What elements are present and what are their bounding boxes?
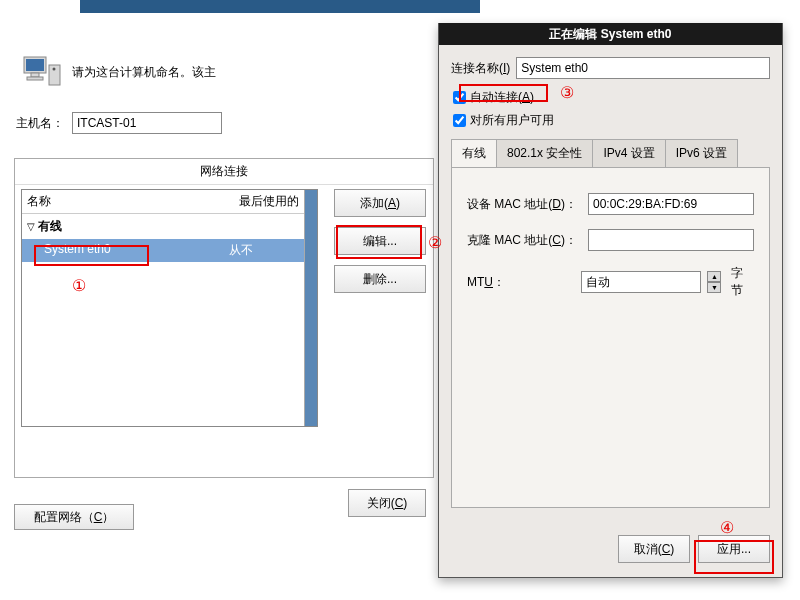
- all-users-label: 对所有用户可用: [470, 112, 554, 129]
- mtu-input[interactable]: [581, 271, 701, 293]
- mtu-up-button[interactable]: ▲: [707, 271, 721, 282]
- mtu-down-button[interactable]: ▼: [707, 282, 721, 293]
- close-button[interactable]: 关闭(C): [348, 489, 426, 517]
- top-banner: [80, 0, 480, 13]
- configure-network-button[interactable]: 配置网络（C）: [14, 504, 134, 530]
- cloned-mac-label: 克隆 MAC 地址(C)：: [467, 232, 582, 249]
- list-item-last: 从不: [229, 242, 299, 259]
- network-list-header: 名称 最后使用的: [22, 190, 304, 214]
- hostname-row: 主机名：: [16, 112, 222, 134]
- hostname-input[interactable]: [72, 112, 222, 134]
- all-users-checkbox[interactable]: [453, 114, 466, 127]
- network-panel-title: 网络连接: [15, 159, 433, 185]
- mtu-label: MTU：: [467, 274, 575, 291]
- column-name: 名称: [22, 190, 224, 213]
- device-mac-label: 设备 MAC 地址(D)：: [467, 196, 582, 213]
- tab-ipv4[interactable]: IPv4 设置: [592, 139, 665, 167]
- cancel-button[interactable]: 取消(C): [618, 535, 690, 563]
- network-connections-panel: 网络连接 名称 最后使用的 有线 System eth0 从不 添加(A) 编辑…: [14, 158, 434, 478]
- hostname-label: 主机名：: [16, 115, 64, 132]
- list-item[interactable]: System eth0 从不: [22, 239, 304, 262]
- list-item-name: System eth0: [44, 242, 229, 259]
- computer-icon: [22, 55, 62, 90]
- edit-connection-dialog: 正在编辑 System eth0 连接名称(I) 自动连接(A) 对所有用户可用…: [438, 23, 783, 578]
- mtu-spinner[interactable]: ▲ ▼: [707, 271, 721, 293]
- device-mac-input[interactable]: [588, 193, 754, 215]
- auto-connect-checkbox[interactable]: [453, 91, 466, 104]
- connection-name-input[interactable]: [516, 57, 770, 79]
- dialog-title: 正在编辑 System eth0: [439, 23, 782, 45]
- svg-rect-1: [26, 59, 44, 71]
- category-wired[interactable]: 有线: [22, 214, 304, 239]
- auto-connect-label: 自动连接(A): [470, 89, 534, 106]
- tab-content-wired: 设备 MAC 地址(D)： 克隆 MAC 地址(C)： MTU： ▲ ▼ 字节: [451, 168, 770, 508]
- hostname-prompt-area: 请为这台计算机命名。该主: [22, 55, 216, 90]
- add-button[interactable]: 添加(A): [334, 189, 426, 217]
- svg-rect-3: [27, 77, 43, 80]
- connection-name-label: 连接名称(I): [451, 60, 510, 77]
- tab-wired[interactable]: 有线: [451, 139, 497, 167]
- tabs: 有线 802.1x 安全性 IPv4 设置 IPv6 设置: [451, 139, 770, 168]
- column-last-used: 最后使用的: [224, 190, 304, 213]
- delete-button[interactable]: 删除...: [334, 265, 426, 293]
- tab-security[interactable]: 802.1x 安全性: [496, 139, 593, 167]
- mtu-unit: 字节: [731, 265, 754, 299]
- tab-ipv6[interactable]: IPv6 设置: [665, 139, 738, 167]
- edit-button[interactable]: 编辑...: [334, 227, 426, 255]
- scrollbar[interactable]: [304, 190, 317, 426]
- svg-point-5: [53, 68, 56, 71]
- network-list[interactable]: 名称 最后使用的 有线 System eth0 从不: [21, 189, 318, 427]
- hostname-prompt-text: 请为这台计算机命名。该主: [72, 64, 216, 81]
- cloned-mac-input[interactable]: [588, 229, 754, 251]
- svg-rect-2: [31, 73, 39, 77]
- apply-button[interactable]: 应用...: [698, 535, 770, 563]
